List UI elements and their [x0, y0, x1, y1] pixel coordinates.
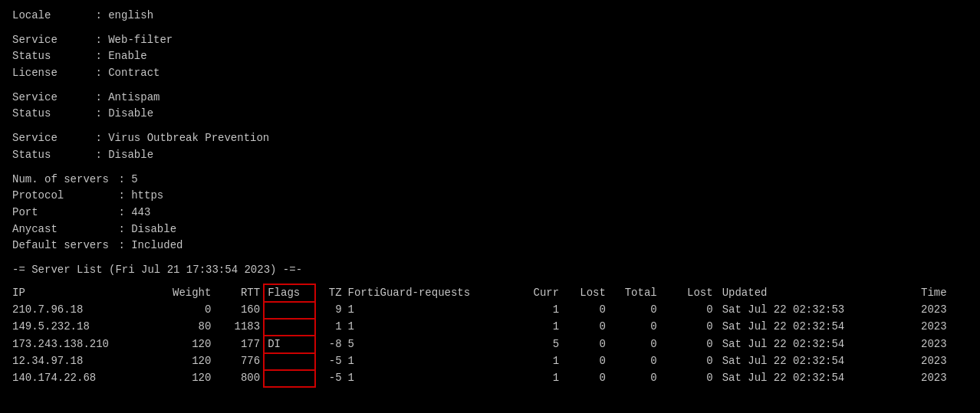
- cell-weight: 0: [161, 302, 217, 319]
- col-header-total-lost: Lost: [660, 284, 716, 303]
- server-config-block: Num. of servers : 5 Protocol : https Por…: [12, 172, 968, 254]
- cell-curr: 1: [515, 370, 562, 387]
- cell-total: 0: [609, 319, 660, 336]
- default-servers-label: Default servers: [12, 238, 112, 254]
- cell-time: 2023: [921, 302, 968, 319]
- cell-updated: Sat Jul 22 02:32:54: [716, 336, 921, 354]
- col-header-lost: Lost: [562, 284, 609, 303]
- col-header-fg: FortiGuard-requests: [348, 284, 516, 303]
- cell-lost: 0: [562, 336, 609, 354]
- cell-fg: 1: [348, 302, 516, 319]
- cell-ip: 12.34.97.18: [12, 353, 161, 370]
- cell-fg: 5: [348, 336, 516, 354]
- status-label-3: Status: [12, 147, 89, 164]
- status-value-3: Disable: [108, 149, 153, 161]
- service-value-1: Web-filter: [108, 34, 173, 46]
- cell-total: 0: [609, 302, 660, 319]
- cell-rtt: 1183: [217, 319, 264, 336]
- anycast-value: Disable: [131, 223, 176, 235]
- locale-label: Locale: [12, 8, 89, 25]
- cell-weight: 120: [161, 353, 217, 370]
- default-servers-row: Default servers : Included: [12, 238, 968, 254]
- num-servers-value: 5: [131, 173, 137, 185]
- cell-time: 2023: [921, 319, 968, 336]
- protocol-label: Protocol: [12, 188, 112, 205]
- license-label: License: [12, 65, 89, 82]
- cell-rtt: 776: [217, 353, 264, 370]
- cell-fg: 1: [348, 370, 516, 387]
- cell-lost: 0: [562, 302, 609, 319]
- col-header-curr: Curr: [515, 284, 562, 303]
- webfilter-status-row: Status : Enable: [12, 48, 968, 65]
- cell-ip: 210.7.96.18: [12, 302, 161, 319]
- vop-block: Service : Virus Outbreak Prevention Stat…: [12, 130, 968, 163]
- cell-updated: Sat Jul 22 02:32:54: [716, 370, 921, 387]
- table-row: 140.174.22.68120800-511000Sat Jul 22 02:…: [12, 370, 968, 387]
- webfilter-block: Service : Web-filter Status : Enable Lic…: [12, 32, 968, 82]
- cell-total-lost: 0: [660, 302, 716, 319]
- cell-weight: 120: [161, 336, 217, 354]
- cell-curr: 1: [515, 302, 562, 319]
- cell-curr: 1: [515, 319, 562, 336]
- cell-flags: [264, 302, 315, 319]
- cell-time: 2023: [921, 336, 968, 354]
- cell-flags: [264, 370, 315, 387]
- cell-total-lost: 0: [660, 353, 716, 370]
- license-value: Contract: [108, 67, 159, 79]
- status-value-1: Enable: [108, 50, 146, 62]
- cell-tz: 1: [315, 319, 348, 336]
- webfilter-license-row: License : Contract: [12, 65, 968, 82]
- anycast-label: Anycast: [12, 221, 112, 238]
- col-header-total: Total: [609, 284, 660, 303]
- port-value: 443: [131, 206, 150, 218]
- service-label-3: Service: [12, 130, 89, 147]
- protocol-value: https: [131, 189, 163, 202]
- cell-rtt: 800: [217, 370, 264, 387]
- server-list-header: -= Server List (Fri Jul 21 17:33:54 2023…: [12, 262, 968, 279]
- cell-time: 2023: [921, 353, 968, 370]
- service-value-3: Virus Outbreak Prevention: [108, 132, 269, 144]
- table-row: 149.5.232.18801183111000Sat Jul 22 02:32…: [12, 319, 968, 336]
- cell-total: 0: [609, 336, 660, 354]
- service-label-2: Service: [12, 90, 89, 107]
- cell-flags: [264, 319, 315, 336]
- cell-updated: Sat Jul 22 02:32:53: [716, 302, 921, 319]
- port-label: Port: [12, 205, 112, 221]
- cell-ip: 173.243.138.210: [12, 336, 161, 354]
- col-header-weight: Weight: [161, 284, 217, 303]
- protocol-row: Protocol : https: [12, 188, 968, 205]
- table-row: 173.243.138.210120177DI-855000Sat Jul 22…: [12, 336, 968, 354]
- col-header-time: Time: [921, 284, 968, 303]
- col-header-updated: Updated: [716, 284, 921, 303]
- cell-curr: 1: [515, 353, 562, 370]
- cell-total-lost: 0: [660, 319, 716, 336]
- anycast-row: Anycast : Disable: [12, 221, 968, 238]
- cell-tz: -8: [315, 336, 348, 354]
- cell-updated: Sat Jul 22 02:32:54: [716, 319, 921, 336]
- table-header-row: IP Weight RTT Flags TZ FortiGuard-reques…: [12, 284, 968, 303]
- antispam-block: Service : Antispam Status : Disable: [12, 90, 968, 123]
- locale-row: Locale : english: [12, 8, 968, 25]
- cell-ip: 149.5.232.18: [12, 319, 161, 336]
- vop-status-row: Status : Disable: [12, 147, 968, 164]
- cell-tz: -5: [315, 370, 348, 387]
- cell-rtt: 177: [217, 336, 264, 354]
- cell-total-lost: 0: [660, 370, 716, 387]
- locale-separator: :: [95, 9, 108, 21]
- cell-tz: 9: [315, 302, 348, 319]
- locale-value: english: [108, 9, 153, 21]
- status-label-1: Status: [12, 48, 89, 65]
- cell-ip: 140.174.22.68: [12, 370, 161, 387]
- cell-lost: 0: [562, 353, 609, 370]
- cell-total: 0: [609, 370, 660, 387]
- port-row: Port : 443: [12, 205, 968, 221]
- cell-lost: 0: [562, 370, 609, 387]
- cell-total: 0: [609, 353, 660, 370]
- cell-time: 2023: [921, 370, 968, 387]
- server-list-title: -= Server List (Fri Jul 21 17:33:54 2023…: [12, 264, 302, 276]
- service-value-2: Antispam: [108, 91, 159, 103]
- antispam-service-row: Service : Antispam: [12, 90, 968, 107]
- cell-fg: 1: [348, 319, 516, 336]
- status-value-2: Disable: [108, 107, 153, 120]
- cell-total-lost: 0: [660, 336, 716, 354]
